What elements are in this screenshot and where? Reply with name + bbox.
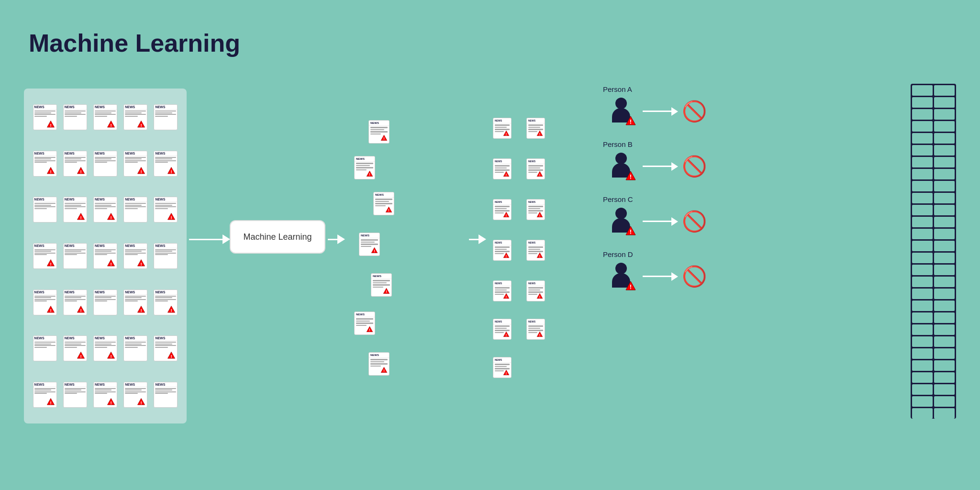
wall-brick [934, 336, 955, 347]
wall-brick [912, 396, 933, 407]
svg-text:!: ! [539, 334, 540, 337]
news-icon: NEWS ! [93, 382, 117, 408]
wall-brick [912, 133, 933, 144]
wall-brick [912, 360, 933, 371]
wall-brick [934, 360, 955, 371]
svg-text:!: ! [369, 328, 370, 332]
page-title: Machine Learning [29, 29, 240, 57]
person-figure: Person B ! [603, 151, 639, 182]
right-news-icon: NEWS ! [526, 237, 545, 261]
wall-brick [934, 217, 955, 227]
wall-brick [912, 289, 933, 299]
wall-brick [912, 384, 933, 395]
wall-brick [912, 372, 933, 383]
arrow-ml-to-mid [328, 234, 345, 244]
person-row-person-d: Person D ! 🚫 [603, 261, 727, 292]
wall-brick [934, 145, 955, 156]
wall-brick [912, 157, 933, 167]
svg-text:!: ! [506, 372, 507, 375]
wall-brick [912, 97, 933, 108]
wall-brick [912, 277, 933, 287]
wall-brick [934, 420, 955, 431]
news-icon: NEWS ! [33, 382, 57, 408]
svg-text:!: ! [50, 261, 51, 266]
wall-brick [934, 277, 955, 287]
wall-brick [912, 229, 933, 239]
right-news-icon: NEWS ! [526, 156, 545, 179]
svg-text:!: ! [110, 354, 111, 359]
svg-text:!: ! [141, 307, 142, 312]
right-news-icon: NEWS ! [493, 278, 512, 301]
wall-brick [912, 253, 933, 263]
news-icon: NEWS ! [33, 290, 57, 315]
persons-section: Person A ! 🚫 Person B ! 🚫 [603, 96, 727, 316]
svg-text:!: ! [171, 215, 172, 220]
right-news-icon: NEWS ! [526, 196, 545, 220]
news-icon: NEWS ! [123, 382, 147, 408]
svg-text:!: ! [630, 283, 632, 290]
person-arrow [643, 162, 678, 171]
mid-news-icon: NEWS ! [359, 230, 380, 256]
person-label: Person B [603, 140, 633, 148]
wall-brick [934, 301, 955, 311]
person-arrow [643, 217, 678, 226]
mid-news-icon: NEWS ! [368, 349, 390, 376]
person-label: Person D [603, 250, 633, 258]
news-icon: NEWS [63, 243, 87, 269]
wall-brick [934, 157, 955, 167]
svg-text:!: ! [383, 136, 385, 141]
wall-brick [934, 97, 955, 108]
person-warn-icon: ! [624, 170, 637, 182]
news-icon: NEWS ! [93, 197, 117, 223]
svg-text:!: ! [383, 368, 385, 373]
wall-brick [934, 193, 955, 203]
person-warn-icon: ! [624, 280, 637, 292]
wall-brick [934, 241, 955, 251]
news-icon: NEWS ! [93, 104, 117, 130]
wall-brick [934, 121, 955, 132]
svg-text:!: ! [630, 118, 632, 125]
right-news-icon: NEWS ! [526, 115, 545, 139]
svg-text:!: ! [110, 261, 111, 266]
right-news-section: NEWS ! NEWS ! [483, 89, 589, 423]
person-head [615, 98, 627, 109]
news-icon: NEWS [123, 335, 147, 361]
wall-brick [934, 265, 955, 275]
svg-text:!: ! [141, 400, 142, 405]
news-icon: NEWS ! [154, 335, 178, 361]
right-news-icon: NEWS ! [526, 316, 545, 340]
wall-brick [934, 372, 955, 383]
person-row-person-a: Person A ! 🚫 [603, 96, 727, 127]
news-icon: NEWS [154, 382, 178, 408]
mid-news-icon: NEWS ! [354, 153, 375, 179]
block-icon: 🚫 [682, 265, 707, 288]
wall-brick [912, 109, 933, 120]
wall-brick [912, 265, 933, 275]
wall-brick [912, 205, 933, 215]
news-icon: NEWS ! [154, 151, 178, 177]
svg-text:!: ! [539, 133, 540, 136]
news-icon: NEWS ! [33, 104, 57, 130]
wall-brick [912, 217, 933, 227]
wall-brick [934, 169, 955, 179]
wall-brick [912, 336, 933, 347]
person-label: Person A [603, 85, 632, 93]
news-icon: NEWS ! [154, 290, 178, 315]
news-icon: NEWS [63, 382, 87, 408]
person-row-person-b: Person B ! 🚫 [603, 151, 727, 182]
wall-brick [912, 420, 933, 431]
wall-brick [934, 384, 955, 395]
svg-text:!: ! [50, 400, 51, 405]
wall-brick [934, 324, 955, 335]
news-icon: NEWS [154, 104, 178, 130]
svg-text:!: ! [80, 307, 81, 312]
svg-text:!: ! [80, 168, 81, 174]
svg-text:!: ! [539, 255, 540, 258]
wall-brick [934, 432, 955, 443]
svg-text:!: ! [506, 255, 507, 258]
right-news-icon: NEWS ! [493, 316, 512, 340]
person-figure: Person C ! [603, 206, 639, 237]
mid-news-icon: NEWS ! [373, 189, 394, 215]
svg-text:!: ! [171, 168, 172, 174]
news-icon: NEWS [63, 104, 87, 130]
